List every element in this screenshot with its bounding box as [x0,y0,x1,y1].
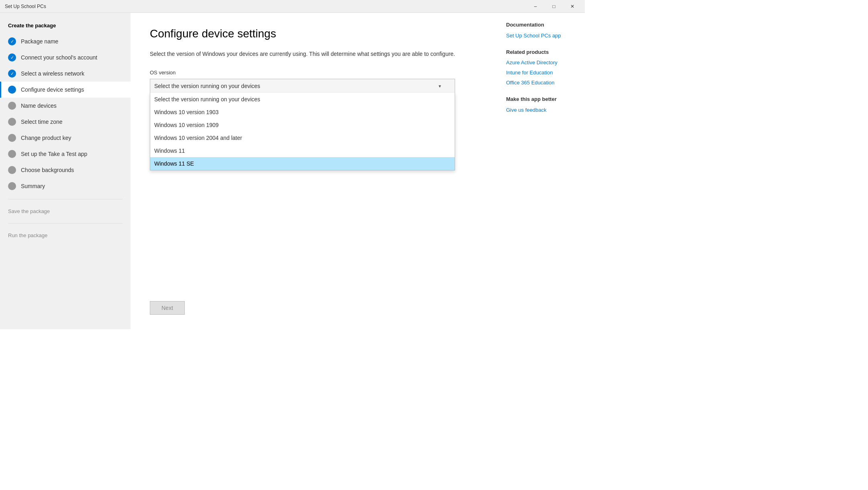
sidebar-item-summary[interactable]: Summary [0,178,131,194]
sidebar-item-package-name[interactable]: ✓ Package name [0,33,131,49]
doc-section-title: Documentation [506,21,575,29]
sidebar-label-product-key: Change product key [21,135,71,141]
close-button[interactable]: ✕ [563,0,582,13]
os-version-dropdown[interactable]: Select the version running on your devic… [150,79,455,93]
dot-icon-configure-device [8,86,16,94]
sidebar-item-wireless[interactable]: ✓ Select a wireless network [0,66,131,82]
sidebar-label-take-test: Set up the Take a Test app [21,151,87,157]
sidebar-divider-1 [8,199,123,199]
sidebar-divider-2 [8,223,123,223]
sidebar-item-take-test[interactable]: Set up the Take a Test app [0,146,131,162]
sidebar-item-configure-device[interactable]: Configure device settings [0,82,131,98]
dropdown-option-placeholder[interactable]: Select the version running on your devic… [150,93,455,106]
section-create-label: Create the package [0,23,131,33]
sidebar-label-backgrounds: Choose backgrounds [21,167,74,173]
dropdown-arrow-icon: ▼ [438,84,442,88]
footer-bar: Next [150,301,185,315]
os-version-label: OS version [150,70,477,76]
doc-link[interactable]: Set Up School PCs app [506,32,575,40]
dropdown-selected-text: Select the version running on your devic… [154,83,260,89]
section-save-label: Save the package [0,204,131,218]
feedback-link[interactable]: Give us feedback [506,106,575,115]
sidebar-label-package-name: Package name [21,38,58,45]
dot-icon-summary [8,182,16,190]
dropdown-option-win11-se[interactable]: Windows 11 SE [150,157,455,170]
page-title: Configure device settings [150,27,477,40]
section-run-label: Run the package [0,228,131,242]
dropdown-list: Select the version running on your devic… [150,93,455,170]
sidebar: Create the package ✓ Package name ✓ Conn… [0,13,131,329]
sidebar-label-timezone: Select time zone [21,119,63,125]
main-content: Configure device settings Select the ver… [131,13,496,329]
dropdown-option-win10-2004[interactable]: Windows 10 version 2004 and later [150,131,455,144]
dot-icon-name-devices [8,102,16,110]
sidebar-item-backgrounds[interactable]: Choose backgrounds [0,162,131,178]
dot-icon-timezone [8,118,16,126]
page-description: Select the version of Windows your devic… [150,50,455,58]
feedback-section-title: Make this app better [506,95,575,104]
sidebar-item-timezone[interactable]: Select time zone [0,114,131,130]
sidebar-label-connect-school: Connect your school's account [21,54,97,61]
related-link-intune[interactable]: Intune for Education [506,69,575,77]
os-version-dropdown-container: Select the version running on your devic… [150,79,455,93]
dropdown-option-win10-1909[interactable]: Windows 10 version 1909 [150,119,455,131]
dot-icon-product-key [8,134,16,142]
sidebar-item-connect-school[interactable]: ✓ Connect your school's account [0,49,131,66]
sidebar-label-configure-device: Configure device settings [21,86,84,93]
related-section-title: Related products [506,48,575,57]
window-title: Set Up School PCs [5,4,46,9]
sidebar-item-product-key[interactable]: Change product key [0,130,131,146]
minimize-button[interactable]: – [526,0,545,13]
dropdown-option-win10-1903[interactable]: Windows 10 version 1903 [150,106,455,119]
window-controls: – □ ✕ [526,0,582,13]
dot-icon-backgrounds [8,166,16,174]
right-panel: Documentation Set Up School PCs app Rela… [496,13,585,329]
sidebar-label-summary: Summary [21,183,45,189]
related-link-office365[interactable]: Office 365 Education [506,79,575,87]
check-icon-package-name: ✓ [8,37,16,45]
dropdown-option-win11[interactable]: Windows 11 [150,144,455,157]
sidebar-label-name-devices: Name devices [21,103,57,109]
next-button[interactable]: Next [150,301,185,315]
titlebar: Set Up School PCs – □ ✕ [0,0,585,13]
maximize-button[interactable]: □ [545,0,563,13]
sidebar-label-wireless: Select a wireless network [21,70,84,77]
related-link-azure[interactable]: Azure Active Directory [506,59,575,67]
check-icon-wireless: ✓ [8,70,16,78]
app-body: Create the package ✓ Package name ✓ Conn… [0,13,585,329]
check-icon-connect-school: ✓ [8,53,16,62]
dot-icon-take-test [8,150,16,158]
sidebar-item-name-devices[interactable]: Name devices [0,98,131,114]
